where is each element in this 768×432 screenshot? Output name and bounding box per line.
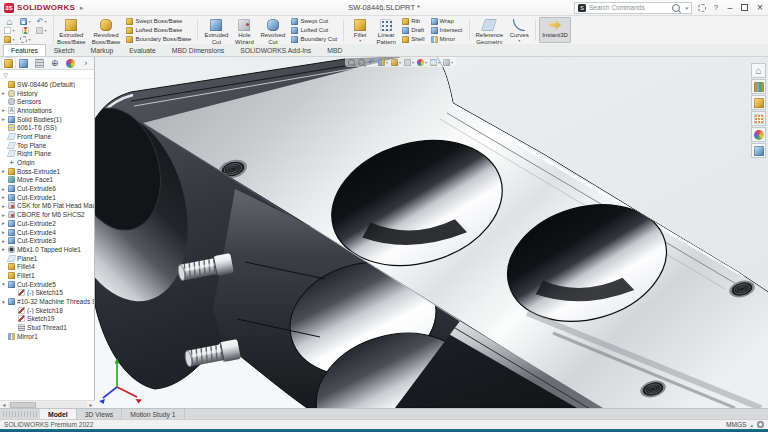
task-pane-tab[interactable] (751, 79, 766, 94)
tree-item[interactable]: Cut-Extrude4 (0, 228, 94, 237)
search-box[interactable]: ▾ (574, 2, 692, 14)
tree-item[interactable]: Front Plane (0, 132, 94, 141)
task-pane-tab[interactable] (751, 63, 766, 78)
quick-access-button[interactable] (18, 26, 33, 35)
tags-icon[interactable] (757, 421, 764, 428)
tree-item[interactable]: History (0, 89, 94, 98)
tree-item[interactable]: Right Plane (0, 150, 94, 159)
tree-item[interactable]: M6x1.0 Tapped Hole1 (0, 245, 94, 254)
search-dropdown-icon[interactable]: ▾ (685, 5, 688, 11)
scroll-left-icon[interactable]: ◄ (0, 402, 8, 408)
tree-item[interactable]: Boss-Extrude1 (0, 167, 94, 176)
graphics-area[interactable]: ▾ ▾ ▾ ▾ ▾ ▾ (95, 57, 768, 408)
ribbon-button[interactable]: Swept Boss/Base (126, 17, 191, 25)
feature-manager-tab[interactable] (80, 58, 93, 69)
search-input[interactable] (589, 4, 669, 11)
ribbon-button[interactable]: Extruded Cut (201, 17, 231, 43)
view-tool-button[interactable]: ▾ (417, 59, 427, 66)
close-icon[interactable] (756, 4, 764, 12)
tree-item[interactable]: Stud Thread1 (0, 323, 94, 332)
ribbon-button[interactable]: Hole Wizard ▾ (231, 17, 257, 43)
filter-icon[interactable] (2, 71, 9, 78)
ribbon-button[interactable]: Fillet ▾ (347, 17, 373, 43)
tree-item[interactable]: Sketch19 (0, 315, 94, 324)
feature-manager-tab[interactable] (64, 58, 77, 69)
unit-system-selector[interactable]: MMGS (726, 421, 747, 428)
tree-item[interactable]: Cut-Extrude2 (0, 219, 94, 228)
ribbon-button[interactable]: Wrap (431, 17, 463, 25)
minimize-icon[interactable] (726, 4, 734, 12)
ribbon-button[interactable]: Extruded Boss/Base (54, 17, 89, 43)
tree-item[interactable]: Cut-Extrude3 (0, 236, 94, 245)
view-tool-button[interactable]: ▾ (404, 59, 414, 66)
ribbon-tab[interactable]: Features (3, 44, 46, 56)
ribbon-tab[interactable]: Sketch (46, 44, 83, 56)
ribbon-tab[interactable]: Markup (83, 44, 122, 56)
quick-access-button[interactable]: ▾ (18, 35, 33, 44)
tree-item[interactable]: Plane1 (0, 254, 94, 263)
tree-item[interactable]: CSK for M6 Flat Head Machine Sc (0, 202, 94, 211)
help-icon[interactable] (712, 4, 720, 12)
quick-access-button[interactable]: ▾ (18, 17, 33, 26)
ribbon-button[interactable]: Mirror (431, 35, 463, 43)
ribbon-button[interactable]: Shell (402, 35, 424, 43)
task-pane-tab[interactable] (751, 127, 766, 142)
feature-manager-tab[interactable] (2, 58, 15, 69)
view-tool-button[interactable]: ▾ (391, 59, 401, 66)
tree-item[interactable]: Annotations (0, 106, 94, 115)
ribbon-tab[interactable]: MBD Dimensions (164, 44, 233, 56)
quick-access-button[interactable]: ▾ (2, 35, 17, 44)
tree-item[interactable]: Move Face1 (0, 176, 94, 185)
task-pane-tab[interactable] (751, 143, 766, 158)
tree-item[interactable]: (-) Sketch18 (0, 306, 94, 315)
tree-item[interactable]: Cut-Extrude1 (0, 193, 94, 202)
ribbon-button[interactable]: Revolved Boss/Base (89, 17, 124, 43)
feature-manager-tab[interactable] (33, 58, 46, 69)
quick-access-button[interactable]: ▾ (34, 26, 49, 35)
quick-access-button[interactable] (2, 17, 17, 26)
task-pane-tab[interactable] (751, 95, 766, 110)
ribbon-button[interactable]: Boundary Boss/Base (126, 35, 191, 43)
tree-item[interactable]: Mirror1 (0, 332, 94, 341)
tree-item[interactable]: Solid Bodies(1) (0, 115, 94, 124)
restore-icon[interactable] (742, 5, 748, 11)
view-tool-button[interactable]: ▾ (378, 59, 388, 66)
quick-access-button[interactable]: ▾ (2, 26, 17, 35)
ribbon-button[interactable]: Draft (402, 26, 424, 34)
feature-manager-tab[interactable] (18, 58, 31, 69)
ribbon-button[interactable]: Swept Cut (291, 17, 337, 25)
document-tab[interactable]: 3D Views (77, 409, 123, 419)
menu-expand-arrow-icon[interactable]: ▸ (80, 4, 84, 12)
ribbon-button[interactable]: Intersect (431, 26, 463, 34)
tree-item[interactable]: Cut-Extrude6 (0, 184, 94, 193)
search-icon[interactable] (672, 4, 680, 12)
ribbon-button[interactable]: Reference Geometry ▾ (473, 17, 507, 43)
ribbon-button[interactable]: Instant3D (539, 17, 571, 43)
quick-access-button[interactable]: ▾ (34, 17, 49, 26)
tree-item[interactable]: Top Plane (0, 141, 94, 150)
task-pane-tab[interactable] (751, 111, 766, 126)
panel-horizontal-scrollbar[interactable]: ◄ ► (0, 400, 95, 408)
tree-item[interactable]: Sensors (0, 97, 94, 106)
ribbon-tab[interactable]: Evaluate (121, 44, 163, 56)
tree-item[interactable]: Fillet4 (0, 262, 94, 271)
tree-item[interactable]: (-) Sketch15 (0, 289, 94, 298)
scrollbar-thumb[interactable] (10, 402, 36, 408)
view-tool-button[interactable] (358, 59, 365, 66)
tab-bar-grip[interactable] (3, 411, 37, 417)
ribbon-button[interactable]: Lofted Cut (291, 26, 337, 34)
view-tool-button[interactable]: ▾ (443, 59, 453, 66)
tree-item[interactable]: #10-32 Machine Threads Stud1 (0, 297, 94, 306)
ribbon-button[interactable]: Boundary Cut (291, 35, 337, 43)
ribbon-button[interactable]: Lofted Boss/Base (126, 26, 191, 34)
settings-icon[interactable] (698, 4, 706, 12)
view-tool-button[interactable] (368, 59, 375, 66)
ribbon-button[interactable]: Curves ▾ (506, 17, 532, 43)
tree-item[interactable]: Origin (0, 158, 94, 167)
ribbon-button[interactable]: Linear Pattern ▾ (373, 17, 399, 43)
feature-manager-tab[interactable] (49, 58, 62, 69)
tree-item[interactable]: Cut-Extrude5 (0, 280, 94, 289)
view-tool-button[interactable] (348, 59, 355, 66)
unit-dropdown-icon[interactable]: ▴ (750, 422, 753, 428)
model-viewport[interactable] (95, 57, 768, 408)
